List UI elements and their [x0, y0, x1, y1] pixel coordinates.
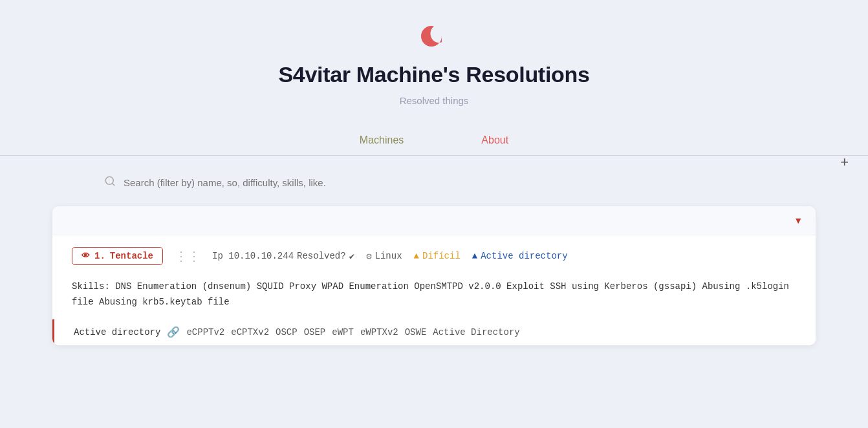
tag-OSCP: OSCP	[276, 327, 298, 337]
tag-bar: Active directory 🔗 eCPPTv2 eCPTXv2 OSCP …	[52, 319, 816, 345]
warning-triangle-icon: ▲	[414, 251, 419, 261]
card-top-bar: ▼	[52, 206, 816, 235]
skills-section: Skills: DNS Enumeration (dnsenum) SQUID …	[52, 274, 816, 319]
nav-machines[interactable]: Machines	[321, 125, 442, 155]
tag-bar-label: Active directory	[74, 327, 160, 337]
tag-OSWE: OSWE	[405, 327, 427, 337]
gear-icon: ⚙	[366, 251, 371, 262]
machine-tag: ▲ Active directory	[472, 251, 568, 261]
tag-eWPT: eWPT	[332, 327, 354, 337]
tag-eCPPTv2: eCPPTv2	[186, 327, 224, 337]
tag-eCPTXv2: eCPTXv2	[231, 327, 269, 337]
machine-header: 👁 1. Tentacle ⋮⋮ Ip 10.10.10.244 Resolve…	[52, 235, 816, 274]
machine-number: 1.	[94, 251, 105, 261]
machine-os: ⚙ Linux	[366, 251, 402, 262]
page-subtitle: Resolved things	[400, 95, 469, 106]
machine-card: ▼ 👁 1. Tentacle ⋮⋮ Ip 10.10.10.244 Resol…	[52, 206, 816, 345]
nav-about[interactable]: About	[442, 125, 547, 155]
dropdown-arrow-icon[interactable]: ▼	[794, 215, 803, 226]
search-icon	[104, 175, 116, 190]
machine-difficulty: ▲ Difícil	[414, 251, 461, 261]
nav-bar: Machines About	[0, 125, 868, 156]
tag-eWPTXv2: eWPTXv2	[360, 327, 398, 337]
header: S4vitar Machine's Resolutions Resolved t…	[0, 0, 868, 125]
machine-name-badge[interactable]: 👁 1. Tentacle	[72, 247, 163, 265]
svg-line-1	[112, 183, 114, 185]
eye-icon: 👁	[81, 251, 90, 261]
search-area	[52, 175, 816, 190]
skills-text: Skills: DNS Enumeration (dnsenum) SQUID …	[72, 281, 789, 307]
meta-divider-icon: ⋮⋮	[175, 248, 201, 264]
machine-name: Tentacle	[110, 251, 153, 261]
page-title: S4vitar Machine's Resolutions	[278, 62, 589, 87]
tag-active-directory: Active Directory	[433, 327, 519, 337]
check-icon: ✔	[349, 251, 354, 262]
link-icon: 🔗	[167, 326, 180, 339]
machine-ip: Ip 10.10.10.244 Resolved? ✔	[212, 251, 354, 262]
moon-icon	[418, 19, 450, 50]
add-button[interactable]: +	[840, 155, 849, 169]
tag-OSEP: OSEP	[304, 327, 326, 337]
info-triangle-icon: ▲	[472, 251, 477, 261]
search-input[interactable]	[124, 177, 764, 188]
page-wrapper: S4vitar Machine's Resolutions Resolved t…	[0, 0, 868, 428]
